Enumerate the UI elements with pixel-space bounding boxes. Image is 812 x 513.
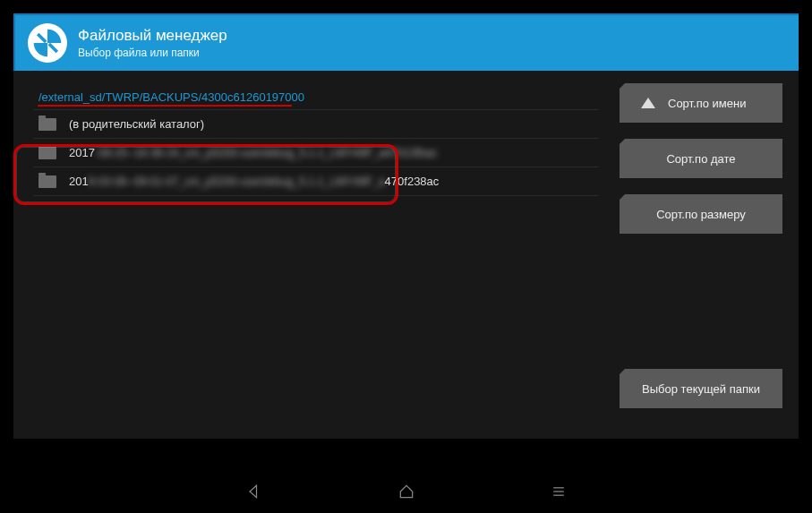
folder-row[interactable]: 2018-03-06--09-01-07_cm_p5200-userdebug_… bbox=[33, 167, 598, 196]
page-subtitle: Выбор файла или папки bbox=[78, 47, 227, 59]
sort-by-size-button[interactable]: Сорт.по размеру bbox=[620, 194, 782, 234]
sort-by-date-button[interactable]: Сорт.по дате bbox=[620, 139, 782, 178]
folder-row[interactable]: 2017-08-25--16-36-24_cm_p5200-userdebug_… bbox=[33, 139, 598, 167]
folder-icon bbox=[38, 118, 56, 131]
sort-by-name-button[interactable]: Сорт.по имени bbox=[620, 83, 782, 123]
parent-folder-row[interactable]: (в родительский каталог) bbox=[33, 110, 598, 139]
sort-buttons-panel: Сорт.по имени Сорт.по дате Сорт.по разме… bbox=[620, 83, 782, 439]
sort-direction-icon bbox=[641, 98, 655, 108]
page-title: Файловый менеджер bbox=[78, 27, 227, 45]
android-navbar bbox=[0, 470, 812, 513]
file-list-panel: /external_sd/TWRP/BACKUPS/4300c612601970… bbox=[33, 83, 598, 439]
folder-icon bbox=[38, 147, 56, 159]
home-icon[interactable] bbox=[397, 483, 415, 500]
recent-apps-icon[interactable] bbox=[550, 483, 568, 500]
annotation-underline bbox=[38, 104, 292, 107]
current-path[interactable]: /external_sd/TWRP/BACKUPS/4300c612601970… bbox=[33, 83, 598, 110]
back-icon[interactable] bbox=[245, 483, 263, 500]
folder-icon bbox=[38, 175, 56, 188]
twrp-logo-icon bbox=[28, 23, 67, 63]
header: Файловый менеджер Выбор файла или папки bbox=[13, 13, 799, 71]
select-current-folder-button[interactable]: Выбор текущей папки bbox=[620, 369, 782, 408]
